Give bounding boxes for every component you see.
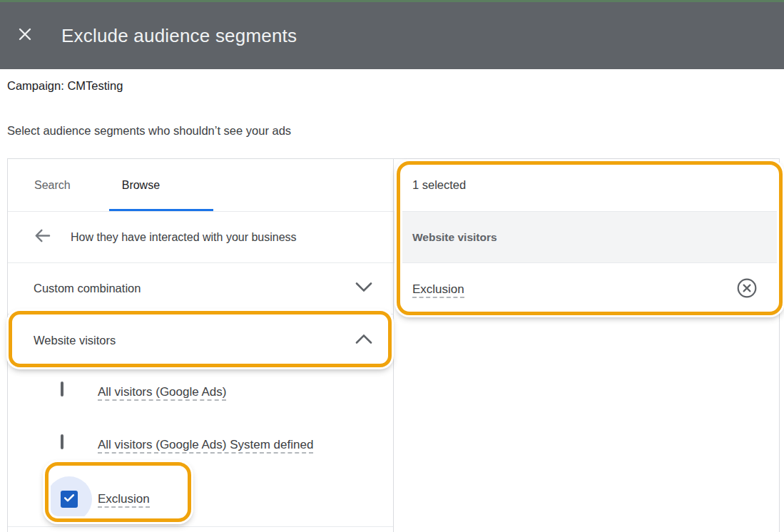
segment-label[interactable]: All visitors (Google Ads) xyxy=(98,381,226,403)
chevron-down-icon xyxy=(355,281,373,296)
group-row-custom-combination[interactable]: Custom combination xyxy=(8,263,393,314)
chevron-up-icon xyxy=(355,333,373,348)
close-button[interactable] xyxy=(16,26,34,45)
category-header-row: How they have interacted with your busin… xyxy=(8,212,393,263)
segment-row-all-visitors: All visitors (Google Ads) xyxy=(8,366,393,417)
segment-row-exclusion: Exclusion xyxy=(8,471,393,527)
check-icon xyxy=(62,491,76,508)
segment-label[interactable]: All visitors (Google Ads) System defined xyxy=(98,434,313,456)
checkbox-all-visitors-system-defined[interactable] xyxy=(61,434,63,449)
browse-panel: Search Browse How they have interacted w… xyxy=(8,159,394,532)
instruction-text: Select audience segments who shouldn’t s… xyxy=(7,124,291,138)
tab-browse[interactable]: Browse xyxy=(122,179,160,192)
tab-bar: Search Browse xyxy=(8,159,393,212)
selected-item-row: Exclusion xyxy=(394,263,779,315)
selected-item-label[interactable]: Exclusion xyxy=(412,282,464,297)
selected-count: 1 selected xyxy=(394,159,779,212)
exclude-audience-segments-dialog: Exclude audience segments Campaign: CMTe… xyxy=(0,0,784,532)
audience-picker-panel: Search Browse How they have interacted w… xyxy=(7,158,780,532)
category-header: How they have interacted with your busin… xyxy=(71,231,297,244)
group-label: Custom combination xyxy=(34,282,141,295)
group-label: Website visitors xyxy=(34,334,116,347)
arrow-left-icon xyxy=(33,226,52,248)
selected-group-header-row: Website visitors xyxy=(394,212,779,263)
circle-x-icon xyxy=(736,277,758,302)
active-tab-indicator xyxy=(109,209,213,211)
remove-selected-button[interactable] xyxy=(736,279,758,300)
close-icon xyxy=(16,26,34,46)
segment-row-all-visitors-system-defined: All visitors (Google Ads) System defined xyxy=(8,417,393,471)
selected-panel: 1 selected Website visitors Exclusion xyxy=(394,159,779,532)
dialog-header: Exclude audience segments xyxy=(0,2,784,69)
campaign-label: Campaign: CMTesting xyxy=(7,79,123,93)
back-button[interactable] xyxy=(32,227,52,247)
checkbox-exclusion[interactable] xyxy=(61,491,78,508)
selected-group-header: Website visitors xyxy=(412,231,497,244)
tab-search[interactable]: Search xyxy=(34,179,71,192)
segment-label[interactable]: Exclusion xyxy=(98,488,150,510)
checkbox-all-visitors[interactable] xyxy=(61,382,63,397)
group-row-website-visitors[interactable]: Website visitors xyxy=(8,314,393,366)
dialog-title: Exclude audience segments xyxy=(61,25,297,47)
